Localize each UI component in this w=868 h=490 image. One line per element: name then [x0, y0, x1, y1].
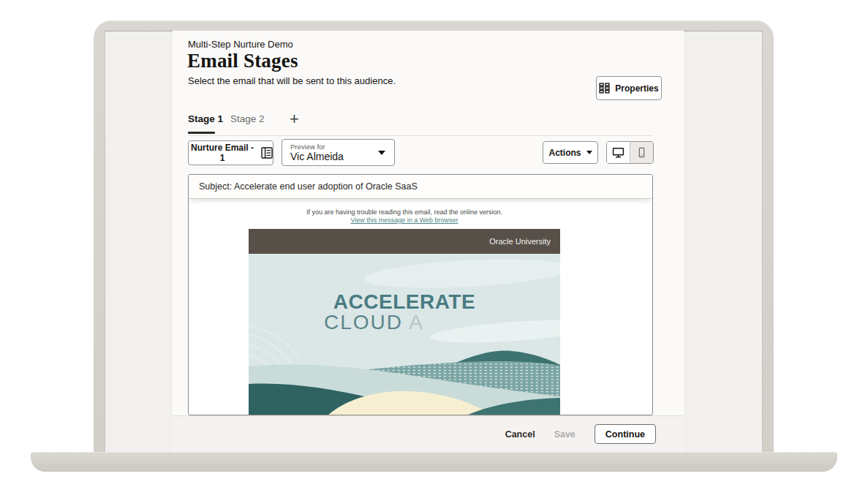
preview-for-label: Preview for: [290, 143, 387, 151]
cancel-button[interactable]: Cancel: [505, 429, 535, 440]
dialog-footer: Cancel Save Continue: [173, 415, 684, 452]
brand-bar-text: Oracle University: [489, 237, 551, 246]
breadcrumb: Multi-Step Nurture Demo: [188, 39, 293, 50]
save-button[interactable]: Save: [554, 429, 575, 440]
tab-stage-1-label: Stage 1: [188, 113, 223, 124]
plus-icon: +: [290, 110, 299, 128]
desktop-preview-button[interactable]: [607, 142, 630, 163]
preview-for-select[interactable]: Preview for Vic Almeida: [282, 139, 395, 166]
mobile-preview-button[interactable]: [630, 142, 653, 163]
view-in-browser-link[interactable]: View this message in a Web browser: [249, 216, 560, 225]
email-stages-dialog: Multi-Step Nurture Demo Email Stages Sel…: [173, 31, 684, 452]
email-brand-bar: Oracle University: [249, 229, 560, 254]
properties-button-label: Properties: [615, 83, 658, 94]
hills-illustration: [249, 320, 560, 415]
tab-stage-1[interactable]: Stage 1: [188, 113, 223, 124]
stage-tabs: Stage 1 Stage 2 +: [173, 110, 684, 131]
device-preview-toggle: [606, 141, 654, 164]
active-tab-underline: [188, 132, 215, 134]
add-stage-button[interactable]: +: [290, 110, 299, 129]
email-body: If you are having trouble reading this e…: [249, 199, 560, 415]
tab-stage-2[interactable]: Stage 2: [230, 113, 265, 124]
tabs-divider: [188, 135, 653, 136]
email-subject-text: Subject: Accelerate end user adoption of…: [199, 181, 418, 192]
email-hero-image: Oracle University ACCELERATE CLOUD A: [249, 229, 560, 415]
properties-button[interactable]: Properties: [596, 76, 662, 100]
preview-for-value: Vic Almeida: [290, 151, 387, 162]
email-trouble-text: If you are having trouble reading this e…: [249, 208, 560, 216]
tab-stage-2-label: Stage 2: [230, 113, 265, 124]
monitor-icon: [612, 146, 624, 159]
actions-button[interactable]: Actions: [543, 141, 598, 164]
chevron-down-icon: [586, 151, 592, 154]
continue-button[interactable]: Continue: [595, 424, 656, 444]
actions-button-label: Actions: [548, 148, 581, 158]
email-preview-panel: Subject: Accelerate end user adoption of…: [188, 174, 653, 415]
email-subject-bar: Subject: Accelerate end user adoption of…: [189, 175, 652, 199]
email-list-icon: [261, 147, 273, 159]
nurture-email-button-label: Nurture Email - 1: [189, 143, 256, 163]
cloud-swoosh-shape: [363, 255, 560, 292]
hero-illustration: ACCELERATE CLOUD A: [249, 254, 560, 415]
laptop-base: [31, 452, 837, 472]
nurture-email-button[interactable]: Nurture Email - 1: [188, 140, 273, 165]
phone-icon: [636, 147, 647, 158]
continue-button-label: Continue: [605, 429, 645, 440]
chevron-down-icon: [378, 151, 385, 155]
page-description: Select the email that will be sent to th…: [188, 75, 396, 86]
toolbar: Nurture Email - 1 Preview for: [173, 139, 684, 168]
properties-grid-icon: [599, 83, 610, 94]
screenshot-stage: Multi-Step Nurture Demo Email Stages Sel…: [0, 0, 868, 490]
page-title: Email Stages: [187, 50, 298, 72]
